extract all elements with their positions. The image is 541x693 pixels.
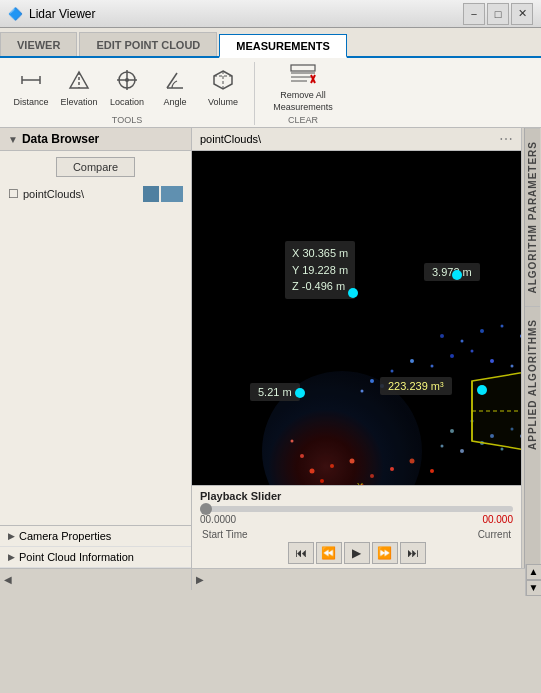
elevation-tool-button[interactable]: Elevation	[56, 62, 102, 114]
svg-point-27	[511, 365, 514, 368]
point-cloud-info-item[interactable]: ▶ Point Cloud Information	[0, 547, 191, 568]
measurement-dot-3	[295, 388, 305, 398]
start-time-label: Start Time	[202, 529, 248, 540]
svg-point-24	[450, 354, 454, 358]
skip-fwd-button[interactable]: ⏭	[400, 542, 426, 564]
angle-label: Angle	[163, 97, 186, 108]
svg-point-7	[125, 78, 129, 82]
file-action-btn-2[interactable]	[161, 186, 183, 202]
applied-algorithms-tab[interactable]: APPLIED ALGORITHMS	[525, 306, 540, 462]
prop-arrow-icon-2: ▶	[8, 552, 15, 562]
left-panel: ▼ Data Browser Compare ☐ pointClouds\ ▶ …	[0, 128, 192, 568]
left-panel-bottom: ▶ Camera Properties ▶ Point Cloud Inform…	[0, 525, 191, 568]
remove-all-button[interactable]: Remove AllMeasurements	[263, 62, 343, 114]
volume-icon	[211, 68, 235, 95]
svg-point-56	[300, 454, 304, 458]
distance-label: Distance	[13, 97, 48, 108]
svg-point-22	[410, 359, 414, 363]
app-title: Lidar Viewer	[29, 7, 95, 21]
svg-point-32	[350, 459, 355, 464]
maximize-button[interactable]: □	[487, 3, 509, 25]
volume-label: Volume	[208, 97, 238, 108]
svg-point-34	[390, 467, 394, 471]
scroll-left-icon[interactable]: ◀	[4, 574, 12, 585]
volume-tool-button[interactable]: Volume	[200, 62, 246, 114]
distance-tool-button[interactable]: Distance	[8, 62, 54, 114]
scroll-right-icon[interactable]: ▶	[196, 574, 204, 585]
tab-measurements[interactable]: MEASUREMENTS	[219, 34, 347, 58]
svg-point-73	[520, 334, 521, 338]
svg-point-31	[330, 464, 334, 468]
svg-point-50	[441, 445, 444, 448]
file-name: pointClouds\	[23, 188, 139, 200]
svg-point-37	[320, 479, 324, 483]
location-label: Location	[110, 97, 144, 108]
viewer-more-btn[interactable]: ⋯	[499, 131, 513, 147]
remove-all-icon	[289, 63, 317, 88]
svg-point-72	[440, 334, 444, 338]
scroll-down-button[interactable]: ▼	[526, 580, 542, 596]
distance-icon	[19, 68, 43, 95]
location-tool-button[interactable]: Location	[104, 62, 150, 114]
camera-properties-item[interactable]: ▶ Camera Properties	[0, 526, 191, 547]
location-icon	[115, 68, 139, 95]
measurement-dot-1	[348, 288, 358, 298]
svg-point-35	[410, 459, 415, 464]
algorithm-parameters-tab[interactable]: ALGORITHM PARAMETERS	[525, 128, 540, 306]
minimize-button[interactable]: −	[463, 3, 485, 25]
time-labels: Start Time Current	[200, 529, 513, 542]
camera-properties-label: Camera Properties	[19, 530, 111, 542]
svg-point-45	[450, 429, 454, 433]
right-sidebar: ALGORITHM PARAMETERS APPLIED ALGORITHMS	[521, 128, 541, 568]
play-button[interactable]: ▶	[344, 542, 370, 564]
titlebar-controls: − □ ✕	[463, 3, 533, 25]
bottom-panel: ◀ ▶ ▲ ▼	[0, 568, 541, 590]
tab-viewer[interactable]: VIEWER	[0, 32, 77, 56]
viewer-tab-title: pointClouds\	[200, 133, 261, 145]
viewer-column: pointClouds\ ⋯	[192, 128, 521, 568]
file-action-btn-1[interactable]	[143, 186, 159, 202]
svg-point-53	[501, 448, 504, 451]
playback-slider-thumb[interactable]	[200, 503, 212, 515]
titlebar: 🔷 Lidar Viewer − □ ✕	[0, 0, 541, 28]
svg-point-51	[460, 449, 464, 453]
point-cloud-svg: Y	[192, 151, 521, 485]
current-time-label: Current	[478, 529, 511, 540]
svg-point-30	[310, 469, 315, 474]
svg-point-25	[471, 350, 474, 353]
right-sidebar-inner: ALGORITHM PARAMETERS APPLIED ALGORITHMS	[524, 128, 540, 568]
viewer-canvas[interactable]: Y	[192, 151, 521, 485]
playback-slider-track[interactable]	[200, 506, 513, 512]
svg-text:Y: Y	[357, 481, 363, 485]
close-button[interactable]: ✕	[511, 3, 533, 25]
playback-panel: Playback Slider 00.0000 00.000 Start Tim…	[192, 485, 521, 568]
bottom-left: ◀	[0, 569, 192, 590]
prop-arrow-icon: ▶	[8, 531, 15, 541]
bottom-right: ▶	[192, 569, 525, 590]
tab-edit-point-cloud[interactable]: EDIT POINT CLOUD	[79, 32, 217, 56]
angle-tool-button[interactable]: Angle	[152, 62, 198, 114]
point-cloud-info-label: Point Cloud Information	[19, 551, 134, 563]
step-fwd-button[interactable]: ⏩	[372, 542, 398, 564]
skip-back-button[interactable]: ⏮	[288, 542, 314, 564]
svg-point-29	[380, 384, 384, 388]
clear-group: Remove AllMeasurements CLEAR	[263, 62, 351, 125]
svg-rect-13	[291, 65, 315, 71]
svg-point-20	[370, 379, 374, 383]
step-back-button[interactable]: ⏪	[316, 542, 342, 564]
scroll-up-button[interactable]: ▲	[526, 564, 542, 580]
viewer-area: pointClouds\ ⋯	[192, 128, 541, 568]
current-time-value: 00.000	[482, 514, 513, 525]
collapse-arrow-icon[interactable]: ▼	[8, 134, 18, 145]
measurement-dot-4	[477, 385, 487, 395]
svg-point-55	[291, 440, 294, 443]
list-item[interactable]: ☐ pointClouds\	[0, 183, 191, 205]
tools-group-label: TOOLS	[112, 115, 142, 125]
svg-point-36	[430, 469, 434, 473]
measurement-dot-2	[452, 270, 462, 280]
right-scroll-panel: ▲ ▼	[525, 564, 541, 596]
elevation-icon	[67, 68, 91, 95]
titlebar-left: 🔷 Lidar Viewer	[8, 7, 95, 21]
svg-point-21	[391, 370, 394, 373]
compare-button[interactable]: Compare	[56, 157, 135, 177]
